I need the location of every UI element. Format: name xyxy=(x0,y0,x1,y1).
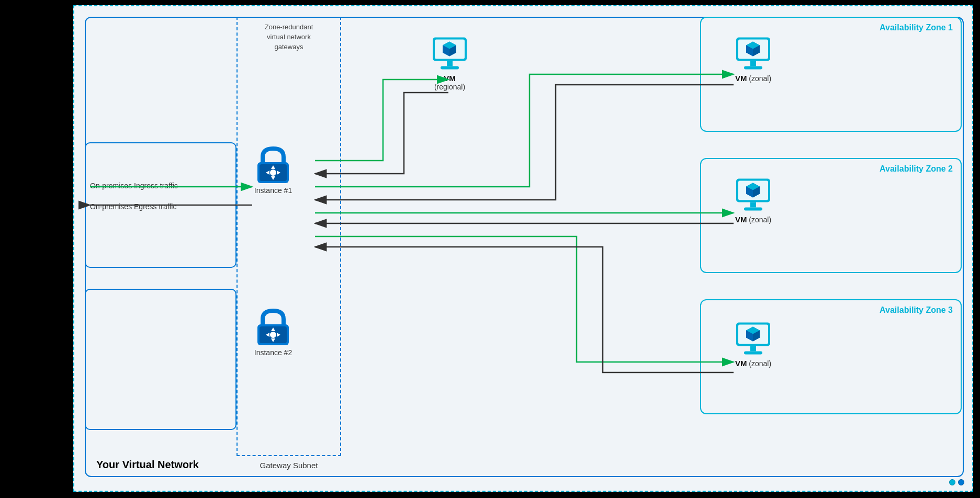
zone-3-label: Availability Zone 3 xyxy=(880,305,953,315)
vm-regional-container: VM (regional) xyxy=(430,35,469,91)
instance-2-container: Instance #2 xyxy=(252,304,294,357)
zone-1-label: Availability Zone 1 xyxy=(880,23,953,32)
svg-point-9 xyxy=(270,332,276,338)
bottom-dots xyxy=(949,479,964,485)
diagram-area: Your Virtual Network Gateway Subnet Zone… xyxy=(73,5,973,492)
svg-rect-21 xyxy=(441,66,459,70)
vm-regional-sublabel: (regional) xyxy=(434,83,465,91)
vm-icon-zone3 xyxy=(734,320,773,357)
gateway-subnet-label: Gateway Subnet xyxy=(260,461,318,470)
vm-icon-regional xyxy=(430,35,469,72)
vm-zone2-sublabel: (zonal) xyxy=(749,216,771,224)
vm-zone1-sublabel: (zonal) xyxy=(749,74,771,83)
lock-icon-1 xyxy=(252,142,294,184)
dot-2 xyxy=(958,479,964,485)
svg-rect-36 xyxy=(750,202,756,208)
zone-2-label: Availability Zone 2 xyxy=(880,164,953,174)
svg-rect-44 xyxy=(750,346,756,352)
egress-traffic-label: On-premises Egress traffic xyxy=(90,202,176,211)
gateway-subnet-box: Gateway Subnet xyxy=(236,17,341,456)
svg-rect-29 xyxy=(744,66,762,70)
svg-rect-20 xyxy=(447,61,453,66)
vm-icon-zone1 xyxy=(734,35,773,72)
vm-zone3-sublabel: (zonal) xyxy=(749,359,771,368)
svg-rect-28 xyxy=(750,61,756,66)
vm-zone2-label: VM (zonal) xyxy=(735,215,771,224)
vm-regional-label: VM (regional) xyxy=(434,74,465,91)
vnet-label: Your Virtual Network xyxy=(96,459,199,471)
vm-zone3-name: VM xyxy=(735,359,747,368)
vm-zone3-label: VM (zonal) xyxy=(735,359,771,368)
dot-1 xyxy=(949,479,955,485)
vm-regional-name: VM xyxy=(444,74,456,83)
vm-zone1-name: VM xyxy=(735,74,747,83)
instance-1-label: Instance #1 xyxy=(254,186,292,195)
vm-zone1-container: VM (zonal) xyxy=(734,35,773,83)
svg-rect-45 xyxy=(744,352,762,355)
vm-zone1-label: VM (zonal) xyxy=(735,74,771,83)
vm-zone3-container: VM (zonal) xyxy=(734,320,773,368)
vm-zone2-container: VM (zonal) xyxy=(734,176,773,224)
instance-1-container: Instance #1 xyxy=(252,142,294,195)
instance-2-label: Instance #2 xyxy=(254,348,292,357)
svg-rect-37 xyxy=(744,208,762,211)
lock-icon-2 xyxy=(252,304,294,346)
svg-point-2 xyxy=(270,169,276,176)
ingress-traffic-label: On-premises Ingress traffic xyxy=(90,182,178,190)
vm-icon-zone2 xyxy=(734,176,773,213)
zone-redundant-label: Zone-redundantvirtual networkgateways xyxy=(265,23,313,51)
vm-zone2-name: VM xyxy=(735,215,747,224)
onprem-box-2 xyxy=(85,289,236,430)
